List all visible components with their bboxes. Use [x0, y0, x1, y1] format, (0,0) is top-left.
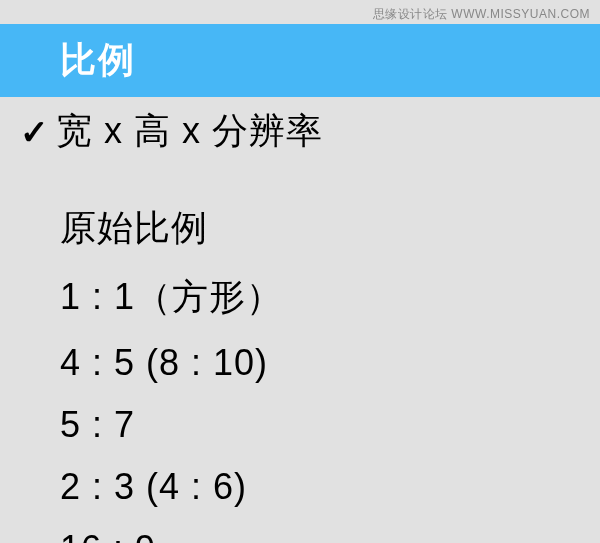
menu-item-label: 原始比例: [60, 204, 600, 253]
menu-item-label: 2 : 3 (4 : 6): [60, 466, 600, 508]
menu-item-16-9[interactable]: 16 : 9: [0, 518, 600, 543]
menu-divider: [0, 166, 600, 194]
watermark-text: 思缘设计论坛 WWW.MISSYUAN.COM: [373, 6, 591, 23]
menu-item-2-3[interactable]: 2 : 3 (4 : 6): [0, 456, 600, 518]
menu-item-label: 宽 x 高 x 分辨率: [56, 107, 600, 156]
ratio-menu: 比例 ✓ 宽 x 高 x 分辨率 原始比例 1 : 1（方形） 4 : 5 (8…: [0, 0, 600, 543]
menu-item-label: 4 : 5 (8 : 10): [60, 342, 600, 384]
menu-item-4-5[interactable]: 4 : 5 (8 : 10): [0, 332, 600, 394]
menu-item-label: 1 : 1（方形）: [60, 273, 600, 322]
menu-item-label: 16 : 9: [60, 528, 600, 543]
menu-item-5-7[interactable]: 5 : 7: [0, 394, 600, 456]
menu-item-original-ratio[interactable]: 原始比例: [0, 194, 600, 263]
menu-item-1-1-square[interactable]: 1 : 1（方形）: [0, 263, 600, 332]
menu-item-width-height-resolution[interactable]: ✓ 宽 x 高 x 分辨率: [0, 97, 600, 166]
menu-item-label: 5 : 7: [60, 404, 600, 446]
check-icon: ✓: [12, 112, 56, 152]
menu-header-ratio[interactable]: 比例: [0, 24, 600, 97]
